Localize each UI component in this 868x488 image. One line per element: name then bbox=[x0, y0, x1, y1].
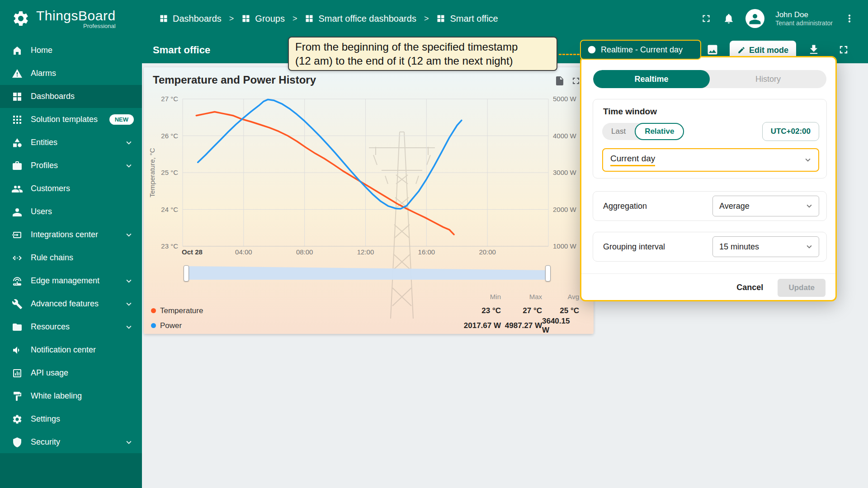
breadcrumb-label: Dashboards bbox=[173, 14, 222, 24]
notifications-bell-icon[interactable] bbox=[723, 13, 735, 24]
breadcrumb-separator: > bbox=[229, 14, 234, 23]
legend-min-temperature: 23 °C bbox=[460, 303, 501, 318]
sidebar-item-label: White labeling bbox=[31, 391, 134, 401]
chevron-down-icon bbox=[124, 322, 134, 332]
chart-grid bbox=[183, 99, 548, 246]
svg-text:1000 W: 1000 W bbox=[553, 242, 577, 250]
legend-series-power[interactable]: Power bbox=[151, 318, 460, 333]
pencil-icon bbox=[737, 46, 745, 54]
sidebar-item-entities[interactable]: Entities bbox=[0, 131, 142, 154]
breadcrumb-item-smart-office[interactable]: Smart office bbox=[436, 14, 498, 24]
grouping-interval-section: Grouping interval 15 minutes bbox=[593, 232, 827, 262]
chevron-down-icon bbox=[124, 276, 134, 286]
sidebar-item-solution-templates[interactable]: Solution templatesNEW bbox=[0, 108, 142, 131]
grouping-interval-label: Grouping interval bbox=[603, 232, 665, 261]
breadcrumb-item-smart-office-dashboards[interactable]: Smart office dashboards bbox=[305, 14, 416, 24]
header-actions: John Doe Tenant administrator bbox=[700, 9, 868, 28]
timezone-button[interactable]: UTC+02:00 bbox=[762, 122, 819, 141]
legend-max-power: 4987.27 W bbox=[501, 318, 542, 333]
sidebar-item-edge-management[interactable]: Edge management bbox=[0, 269, 142, 292]
avatar[interactable] bbox=[745, 9, 764, 28]
sidebar-item-advanced-features[interactable]: Advanced features bbox=[0, 292, 142, 315]
sidebar-item-label: Alarms bbox=[31, 69, 134, 78]
gear-logo-icon bbox=[12, 9, 30, 28]
download-icon[interactable] bbox=[807, 43, 820, 56]
home-icon bbox=[12, 45, 23, 56]
sidebar-item-security[interactable]: Security bbox=[0, 431, 142, 454]
legend-series-temperature[interactable]: Temperature bbox=[151, 303, 460, 318]
series-power bbox=[198, 99, 462, 209]
svg-text:Temperature, °C: Temperature, °C bbox=[148, 148, 156, 197]
timewindow-button[interactable]: Realtime - Current day bbox=[580, 40, 701, 60]
cancel-button[interactable]: Cancel bbox=[728, 279, 771, 296]
sidebar-item-users[interactable]: Users bbox=[0, 200, 142, 223]
update-button[interactable]: Update bbox=[778, 279, 826, 297]
toggle-option-last[interactable]: Last bbox=[602, 123, 635, 140]
app-subtitle: Professional bbox=[36, 23, 116, 29]
chevron-down-icon bbox=[124, 138, 134, 148]
chart-axis-labels: 27 °C26 °C25 °C24 °C23 °C5000 W4000 W300… bbox=[148, 95, 577, 256]
api-usage-icon bbox=[12, 368, 23, 379]
sidebar-item-label: Advanced features bbox=[31, 299, 116, 309]
fullscreen-icon[interactable] bbox=[700, 13, 712, 24]
sidebar-item-home[interactable]: Home bbox=[0, 39, 142, 62]
sidebar-item-notification-center[interactable]: Notification center bbox=[0, 338, 142, 361]
sidebar-item-alarms[interactable]: Alarms bbox=[0, 62, 142, 85]
legend-table: MinMaxAvgTemperature23 °C27 °C25 °CPower… bbox=[151, 290, 579, 333]
time-window-section: Time window Last Relative UTC+02:00 Curr… bbox=[593, 99, 827, 178]
sidebar-item-label: Entities bbox=[31, 138, 116, 147]
breadcrumb-item-dashboards[interactable]: Dashboards bbox=[159, 14, 222, 24]
sidebar-item-rule-chains[interactable]: Rule chains bbox=[0, 246, 142, 269]
aggregation-label: Aggregation bbox=[603, 192, 647, 221]
sidebar-item-label: Solution templates bbox=[31, 115, 101, 124]
chart-svg: 27 °C26 °C25 °C24 °C23 °C5000 W4000 W300… bbox=[144, 87, 594, 268]
svg-text:4000 W: 4000 W bbox=[553, 132, 577, 140]
app-header: ThingsBoard Professional Dashboards>Grou… bbox=[0, 0, 868, 37]
time-range-slider[interactable] bbox=[184, 264, 551, 282]
customers-icon bbox=[12, 183, 23, 194]
slider-selected-range[interactable] bbox=[186, 266, 548, 280]
kebab-menu-icon[interactable] bbox=[844, 13, 855, 24]
sidebar-item-label: Integrations center bbox=[31, 230, 116, 239]
legend-series-label: Temperature bbox=[160, 306, 203, 315]
chevron-down-icon bbox=[804, 201, 814, 211]
tab-realtime[interactable]: Realtime bbox=[593, 70, 710, 88]
tab-history[interactable]: History bbox=[710, 70, 826, 88]
toggle-option-relative[interactable]: Relative bbox=[635, 123, 684, 140]
last-relative-toggle: Last Relative bbox=[602, 123, 684, 140]
thingsboard-logo[interactable]: ThingsBoard Professional bbox=[0, 8, 142, 29]
aggregation-select[interactable]: Average bbox=[712, 196, 819, 216]
sidebar-item-label: Dashboards bbox=[31, 92, 134, 101]
sidebar-item-resources[interactable]: Resources bbox=[0, 315, 142, 338]
chevron-down-icon bbox=[124, 161, 134, 171]
sidebar-item-label: Home bbox=[31, 46, 134, 55]
sidebar-item-api-usage[interactable]: API usage bbox=[0, 361, 142, 385]
export-file-icon[interactable] bbox=[554, 75, 565, 86]
svg-text:20:00: 20:00 bbox=[479, 248, 496, 256]
legend-dot bbox=[151, 323, 156, 328]
grid-icon bbox=[241, 14, 250, 23]
breadcrumb-label: Smart office bbox=[450, 14, 498, 24]
sidebar-item-dashboards[interactable]: Dashboards bbox=[0, 85, 142, 108]
image-gallery-icon[interactable] bbox=[706, 43, 719, 56]
user-role: Tenant administrator bbox=[775, 19, 833, 28]
sidebar-item-profiles[interactable]: Profiles bbox=[0, 154, 142, 177]
person-icon bbox=[748, 12, 762, 25]
legend-header-avg: Avg bbox=[542, 290, 579, 303]
legend-series-label: Power bbox=[160, 321, 182, 330]
slider-handle-left[interactable] bbox=[184, 265, 189, 282]
legend-min-power: 2017.67 W bbox=[460, 318, 501, 333]
interval-select[interactable]: Current day bbox=[602, 148, 819, 172]
timewindow-popup: RealtimeHistory Time window Last Relativ… bbox=[580, 56, 837, 301]
grouping-interval-select[interactable]: 15 minutes bbox=[712, 236, 819, 257]
svg-text:25 °C: 25 °C bbox=[161, 169, 178, 176]
sidebar-item-settings[interactable]: Settings bbox=[0, 408, 142, 431]
chevron-down-icon bbox=[124, 230, 134, 240]
sidebar-item-white-labeling[interactable]: White labeling bbox=[0, 385, 142, 408]
dashboard-title: Smart office bbox=[153, 37, 210, 63]
dashboard-fullscreen-icon[interactable] bbox=[837, 43, 850, 56]
breadcrumb-item-groups[interactable]: Groups bbox=[241, 14, 285, 24]
sidebar-item-customers[interactable]: Customers bbox=[0, 177, 142, 200]
slider-handle-right[interactable] bbox=[545, 265, 551, 282]
sidebar-item-integrations-center[interactable]: Integrations center bbox=[0, 223, 142, 246]
